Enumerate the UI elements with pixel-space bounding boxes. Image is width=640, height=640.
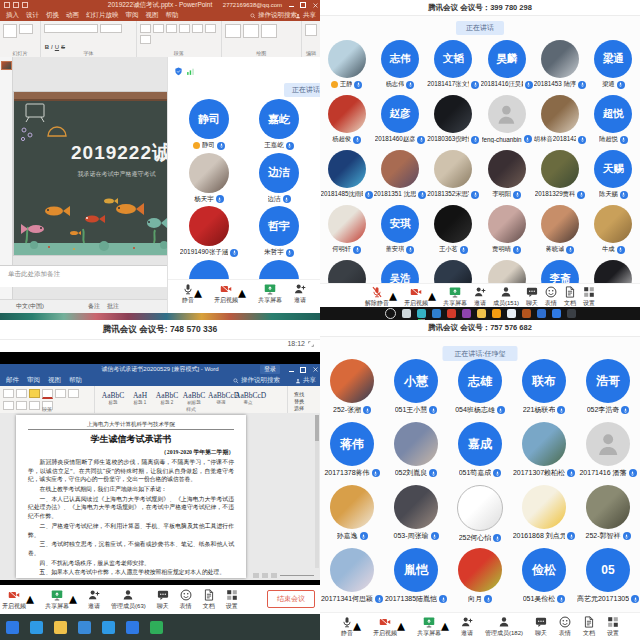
邀请-toolbar-button[interactable]: 邀请 xyxy=(294,283,306,305)
word-search[interactable]: 操作说明搜索 xyxy=(233,375,280,386)
style-swatch-标题 1[interactable]: AaH标题 1 xyxy=(127,391,153,405)
聊天-toolbar-button[interactable]: 聊天 xyxy=(526,286,538,308)
tab-设计[interactable]: 设计 xyxy=(26,11,39,20)
close-icon[interactable] xyxy=(312,367,318,373)
task-view-icon[interactable] xyxy=(402,309,411,318)
find-button[interactable] xyxy=(305,24,317,36)
start-button[interactable] xyxy=(385,308,396,319)
chevron-up-icon[interactable]: ▴ xyxy=(69,589,77,608)
tab-插入[interactable]: 插入 xyxy=(6,11,19,20)
chevron-up-icon[interactable]: ▴ xyxy=(238,283,246,302)
tab-幻灯片放映[interactable]: 幻灯片放映 xyxy=(86,11,119,20)
tencent-meeting-icon[interactable] xyxy=(126,621,139,634)
music-icon[interactable] xyxy=(492,309,501,318)
green-app-icon[interactable] xyxy=(150,621,163,634)
tab-邮件[interactable]: 邮件 xyxy=(6,376,19,385)
开启视频-toolbar-button[interactable]: 开启视频 xyxy=(214,283,238,305)
item-选择[interactable]: 选择 xyxy=(294,405,304,411)
共享屏幕-toolbar-button[interactable]: 共享屏幕 xyxy=(443,286,467,308)
tab-动画[interactable]: 动画 xyxy=(66,11,79,20)
chevron-up-icon[interactable]: ▴ xyxy=(397,616,405,635)
表情-toolbar-button[interactable]: 表情 xyxy=(559,616,571,638)
表情-toolbar-button[interactable]: 表情 xyxy=(180,589,192,611)
end-meeting-button[interactable]: 结束会议 xyxy=(267,590,315,608)
slide-canvas[interactable]: 2019222诚 我承诺在考试中严格遵守考试 xyxy=(14,92,189,255)
u-app-icon[interactable] xyxy=(537,309,546,318)
comments-toggle[interactable]: 批注 xyxy=(107,302,119,311)
font-color-button[interactable] xyxy=(42,389,53,399)
聊天-toolbar-button[interactable]: 聊天 xyxy=(535,616,547,638)
shapes-button[interactable] xyxy=(225,24,241,38)
minimize-icon[interactable] xyxy=(289,3,294,7)
language-indicator[interactable]: 中文(中国) xyxy=(16,302,44,311)
folder-icon[interactable] xyxy=(477,309,486,318)
font-name-dropdown[interactable] xyxy=(44,24,98,33)
tab-审阅[interactable]: 审阅 xyxy=(126,11,139,20)
chevron-up-icon[interactable]: ▴ xyxy=(389,286,397,305)
tab-审阅[interactable]: 审阅 xyxy=(27,376,40,385)
document-page[interactable]: 上海电力大学计算机科学与技术学院 学生诚信考试承诺书 （2019-2020 学年… xyxy=(16,415,246,578)
item-查找[interactable]: 查找 xyxy=(294,391,304,397)
tencent-meeting-icon[interactable] xyxy=(552,309,561,318)
new-slide-button[interactable] xyxy=(3,24,17,38)
聊天-toolbar-button[interactable]: 聊天 xyxy=(157,589,169,611)
表情-toolbar-button[interactable]: 表情 xyxy=(545,286,557,308)
chevron-up-icon[interactable]: ▴ xyxy=(441,616,449,635)
firefox-icon[interactable] xyxy=(522,309,531,318)
共享屏幕-toolbar-button[interactable]: 共享屏幕 xyxy=(258,283,282,305)
browser-icon[interactable] xyxy=(567,309,576,318)
style-swatch-标题[interactable]: AaBbC标题 xyxy=(100,391,126,405)
共享屏幕-toolbar-button[interactable]: 共享屏幕 xyxy=(417,616,441,638)
管理成员(182)-toolbar-button[interactable]: 管理成员(182) xyxy=(485,616,523,638)
tab-帮助[interactable]: 帮助 xyxy=(69,376,82,385)
tab-帮助[interactable]: 帮助 xyxy=(166,11,179,20)
edge-icon[interactable] xyxy=(102,621,115,634)
开启视频-toolbar-button[interactable]: 开启视频 xyxy=(373,616,397,638)
静音-toolbar-button[interactable]: 静音 xyxy=(341,616,353,638)
开启视频-toolbar-button[interactable]: 开启视频 xyxy=(2,589,26,611)
qqmusic-icon[interactable] xyxy=(462,309,471,318)
tab-视图[interactable]: 视图 xyxy=(48,376,61,385)
slide-thumbnail[interactable] xyxy=(1,61,12,70)
qq-icon[interactable] xyxy=(447,309,456,318)
邀请-toolbar-button[interactable]: 邀请 xyxy=(88,589,100,611)
close-icon[interactable] xyxy=(312,2,318,8)
解除静音-toolbar-button[interactable]: 解除静音 xyxy=(365,286,389,308)
scrollbar[interactable] xyxy=(315,415,319,568)
font-size-dropdown[interactable] xyxy=(100,24,122,33)
edit-menu[interactable]: 查找替换选择 xyxy=(291,389,307,413)
ppt-share-button[interactable]: 共享 xyxy=(295,10,316,21)
文档-toolbar-button[interactable]: 文档 xyxy=(583,616,595,638)
style-swatch-要点[interactable]: AaBbCcD要点 xyxy=(235,391,261,405)
maximize-icon[interactable] xyxy=(300,367,306,373)
vscode-icon[interactable] xyxy=(432,309,441,318)
folder-icon[interactable] xyxy=(54,621,67,634)
mail-icon[interactable] xyxy=(78,621,91,634)
word-zoom-controls[interactable] xyxy=(253,573,314,578)
word-icon[interactable] xyxy=(507,309,516,318)
设置-toolbar-button[interactable]: 设置 xyxy=(583,286,595,308)
item-替换[interactable]: 替换 xyxy=(294,398,304,404)
login-button[interactable]: 登录 xyxy=(260,365,280,374)
expand-icon[interactable] xyxy=(308,341,314,347)
minimize-icon[interactable] xyxy=(289,368,294,372)
style-swatch-强调[interactable]: AaBbCcD强调 xyxy=(208,391,234,405)
chevron-up-icon[interactable]: ▴ xyxy=(26,589,34,608)
chevron-up-icon[interactable]: ▴ xyxy=(194,283,202,302)
chevron-up-icon[interactable]: ▴ xyxy=(353,616,361,635)
设置-toolbar-button[interactable]: 设置 xyxy=(226,589,238,611)
notes-toggle[interactable]: 备注 xyxy=(88,302,100,311)
tab-视图[interactable]: 视图 xyxy=(146,11,159,20)
文档-toolbar-button[interactable]: 文档 xyxy=(564,286,576,308)
管理成员(63)-toolbar-button[interactable]: 管理成员(63) xyxy=(111,589,146,611)
邀请-toolbar-button[interactable]: 邀请 xyxy=(474,286,486,308)
edge-icon[interactable] xyxy=(417,309,426,318)
word-share-button[interactable]: 共享 xyxy=(295,375,316,386)
静音-toolbar-button[interactable]: 静音 xyxy=(182,283,194,305)
邀请-toolbar-button[interactable]: 邀请 xyxy=(461,616,473,638)
arrange-button[interactable] xyxy=(243,24,259,38)
highlight-color-button[interactable] xyxy=(29,389,40,398)
style-swatch-副标题[interactable]: AaBbC副标题 xyxy=(181,391,207,405)
chevron-up-icon[interactable]: ▴ xyxy=(428,286,436,305)
ppt-window-controls[interactable] xyxy=(288,0,318,10)
